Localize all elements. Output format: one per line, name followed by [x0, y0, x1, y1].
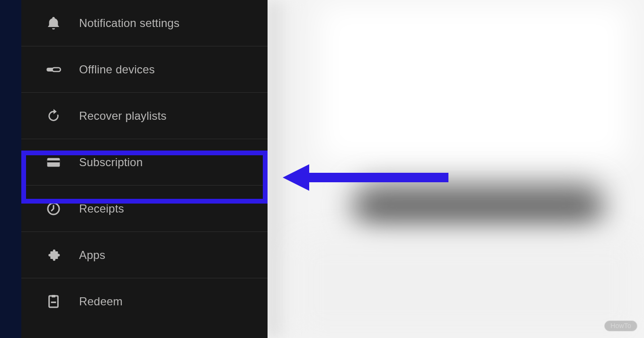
content-panel-blurred: [268, 0, 644, 338]
sidebar-item-apps[interactable]: Apps: [21, 232, 268, 278]
sidebar-item-notification-settings[interactable]: Notification settings: [21, 0, 268, 46]
sidebar-item-label: Apps: [79, 249, 106, 262]
sidebar-item-label: Offline devices: [79, 63, 155, 76]
sidebar-item-label: Receipts: [79, 202, 124, 215]
sidebar-item-label: Notification settings: [79, 17, 179, 30]
clock-icon: [45, 200, 62, 217]
svg-rect-7: [51, 302, 56, 303]
sidebar-item-redeem[interactable]: Redeem: [21, 278, 268, 325]
puzzle-icon: [45, 247, 62, 264]
sidebar-item-label: Recover playlists: [79, 109, 167, 123]
sidebar-item-label: Subscription: [79, 156, 143, 169]
settings-sidebar: Notification settings Offline devices Re…: [21, 0, 268, 338]
toggle-icon: [45, 61, 62, 78]
sidebar-item-offline-devices[interactable]: Offline devices: [21, 46, 268, 93]
redeem-icon: [45, 293, 62, 310]
refresh-icon: [45, 107, 62, 125]
svg-rect-6: [52, 295, 55, 297]
sidebar-item-subscription[interactable]: Subscription: [21, 139, 268, 186]
svg-rect-1: [52, 68, 60, 71]
sidebar-item-receipts[interactable]: Receipts: [21, 186, 268, 232]
sidebar-item-label: Redeem: [79, 295, 123, 308]
sidebar-item-recover-playlists[interactable]: Recover playlists: [21, 93, 268, 139]
bell-icon: [45, 15, 62, 32]
svg-rect-3: [47, 160, 60, 162]
card-icon: [45, 154, 62, 171]
watermark: HowTo: [604, 320, 637, 331]
